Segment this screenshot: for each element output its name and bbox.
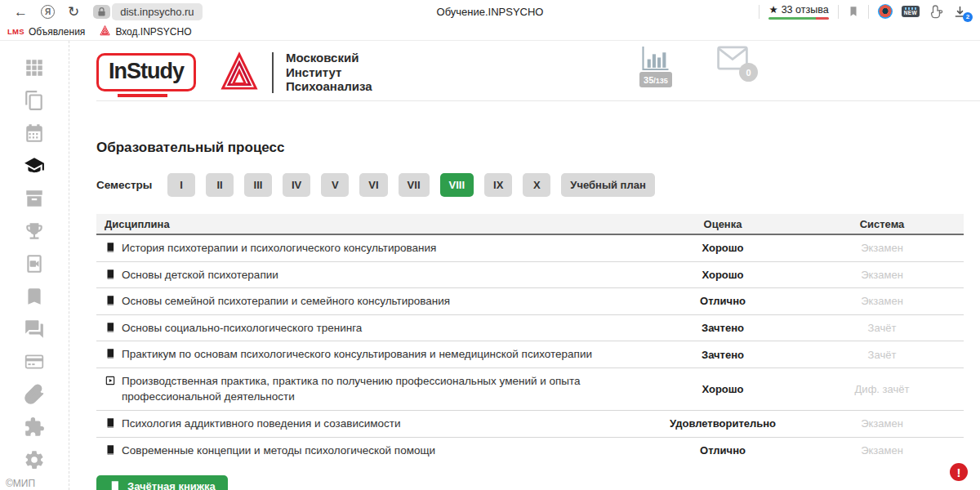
- back-icon[interactable]: ←: [14, 5, 28, 19]
- table-row: Основы социально-психологического тренин…: [96, 315, 964, 342]
- sidebar-item-extensions[interactable]: [15, 411, 54, 443]
- yandex-profile-icon[interactable]: Я: [41, 5, 55, 19]
- book-icon: [105, 269, 116, 280]
- copyright-label: ©МИП: [6, 478, 35, 489]
- mail-button[interactable]: 0: [717, 46, 748, 74]
- mip-triangle-logo[interactable]: [217, 51, 261, 95]
- downloads-button[interactable]: 2: [953, 5, 967, 19]
- bookmarks-bar: LMS Объявления Вход.INPSYCHO: [0, 23, 980, 41]
- sidebar: ©МИП: [0, 41, 69, 490]
- sidebar-item-documents[interactable]: [15, 84, 54, 117]
- system-cell: Экзамен: [800, 269, 964, 281]
- discipline-cell[interactable]: Современные концепции и методы психологи…: [96, 443, 645, 459]
- mip-favicon: [99, 24, 111, 39]
- semester-tab-IV[interactable]: IV: [283, 173, 310, 197]
- refresh-icon[interactable]: ↻: [68, 5, 79, 19]
- semester-tab-III[interactable]: III: [244, 173, 272, 197]
- sidebar-item-bookmarks[interactable]: [15, 280, 54, 313]
- semester-tab-II[interactable]: II: [206, 173, 234, 197]
- table-header: Дисциплина Оценка Система: [96, 214, 964, 235]
- institute-name: Московский Институт Психоанализа: [286, 51, 372, 94]
- alert-icon[interactable]: !: [950, 463, 968, 481]
- gradebook-button[interactable]: Зачётная книжка: [96, 475, 228, 490]
- reviews-button[interactable]: ★ 33 отзыва: [768, 3, 828, 20]
- semester-tab-VIII[interactable]: VIII: [440, 173, 474, 197]
- progress-stats-button[interactable]: 35/135: [635, 46, 676, 87]
- camera-extension-icon[interactable]: [878, 4, 893, 19]
- toolbar-divider: [759, 5, 760, 19]
- lock-icon[interactable]: [93, 5, 110, 19]
- discipline-cell[interactable]: Основы социально-психологического тренин…: [96, 320, 645, 336]
- video-file-icon: [24, 253, 45, 274]
- sidebar-item-attachments[interactable]: [15, 378, 54, 411]
- progress-badge: 35/135: [639, 72, 672, 87]
- system-cell: Экзамен: [800, 444, 964, 457]
- bookmark-flag-icon[interactable]: [848, 5, 859, 18]
- disciplines-table-body: История психотерапии и психологического …: [96, 235, 964, 463]
- semester-tab-IX[interactable]: IX: [484, 173, 512, 197]
- instudy-logo[interactable]: InStudy: [96, 53, 196, 91]
- discipline-name: Основы социально-психологического тренин…: [122, 320, 362, 336]
- discipline-cell[interactable]: История психотерапии и психологического …: [96, 240, 645, 256]
- semesters-row: Семестры IIIIIIIVVVIVIIVIIIIXXУчебный пл…: [96, 173, 980, 197]
- calendar-icon: [24, 122, 45, 144]
- sidebar-item-messages[interactable]: [15, 313, 54, 345]
- table-row: Практикум по основам психологического ко…: [96, 341, 964, 368]
- grade-cell: Отлично: [645, 295, 800, 307]
- discipline-name: Практикум по основам психологического ко…: [122, 346, 592, 363]
- discipline-cell[interactable]: Психология аддиктивного поведения и соза…: [96, 416, 645, 432]
- bar-chart-icon: [641, 46, 670, 71]
- new-extension-icon[interactable]: NEW: [902, 6, 920, 18]
- column-discipline: Дисциплина: [96, 218, 645, 230]
- chat-icon: [24, 318, 45, 340]
- system-cell: Зачёт: [800, 349, 964, 361]
- new-badge: NEW: [904, 11, 917, 16]
- sidebar-nav: [15, 51, 54, 476]
- url-text[interactable]: dist.inpsycho.ru: [112, 3, 202, 20]
- discipline-cell[interactable]: Основы семейной психотерапии и семейного…: [96, 293, 645, 310]
- table-row: Психология аддиктивного поведения и соза…: [96, 411, 964, 438]
- sidebar-item-awards[interactable]: [15, 215, 54, 247]
- discipline-name: Основы семейной психотерапии и семейного…: [122, 293, 450, 310]
- system-cell: Диф. зачёт: [800, 383, 964, 395]
- sidebar-item-archive[interactable]: [15, 182, 54, 215]
- semester-tab-X[interactable]: X: [523, 173, 550, 197]
- semester-tab-VII[interactable]: VII: [399, 173, 430, 197]
- page-title: Образовательный процесс: [96, 140, 980, 156]
- sidebar-item-calendar[interactable]: [15, 117, 54, 149]
- column-grade: Оценка: [645, 218, 800, 230]
- glove-extension-icon[interactable]: [929, 4, 944, 20]
- sidebar-item-video-materials[interactable]: [15, 247, 54, 280]
- lms-favicon: LMS: [7, 27, 24, 36]
- video-icon: [105, 375, 116, 386]
- table-row: Производственная практика, практика по п…: [96, 368, 964, 411]
- sidebar-item-settings[interactable]: [15, 443, 54, 476]
- semester-tab-I[interactable]: I: [167, 173, 195, 197]
- discipline-cell[interactable]: Производственная практика, практика по п…: [96, 373, 645, 405]
- discipline-cell[interactable]: Основы детской психотерапии: [96, 267, 645, 283]
- bookmark-item-announcements[interactable]: LMS Объявления: [7, 26, 85, 38]
- book-icon: [105, 322, 116, 333]
- bookmark-item-login[interactable]: Вход.INPSYCHO: [99, 24, 191, 39]
- education-icon: [24, 155, 45, 176]
- semester-tab-V[interactable]: V: [321, 173, 349, 197]
- book-icon: [105, 348, 116, 359]
- semester-tab-VI[interactable]: VI: [359, 173, 387, 197]
- system-cell: Экзамен: [800, 242, 964, 254]
- discipline-name: Производственная практика, практика по п…: [122, 373, 645, 405]
- grade-cell: Зачтено: [645, 349, 800, 361]
- grade-cell: Хорошо: [645, 242, 800, 254]
- grade-cell: Зачтено: [645, 322, 800, 334]
- column-system: Система: [800, 218, 964, 230]
- table-row: История психотерапии и психологического …: [96, 235, 964, 262]
- address-bar[interactable]: dist.inpsycho.ru: [93, 3, 202, 20]
- sidebar-item-education[interactable]: [15, 149, 54, 182]
- sidebar-item-payments[interactable]: [15, 345, 54, 378]
- semester-tab-Учебный план[interactable]: Учебный план: [561, 173, 654, 197]
- grade-cell: Отлично: [645, 444, 800, 457]
- disciplines-table: Дисциплина Оценка Система История психот…: [96, 214, 964, 463]
- book-icon: [105, 417, 116, 429]
- sidebar-item-apps[interactable]: [15, 51, 54, 84]
- discipline-cell[interactable]: Практикум по основам психологического ко…: [96, 346, 645, 363]
- table-row: Основы семейной психотерапии и семейного…: [96, 288, 964, 315]
